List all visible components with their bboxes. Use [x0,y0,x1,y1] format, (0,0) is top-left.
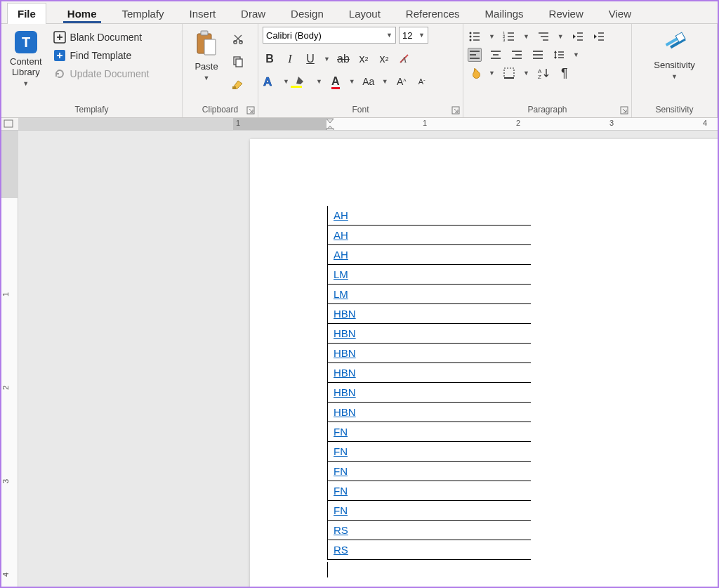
table-row: AH [328,245,531,265]
show-paragraph-marks-button[interactable]: ¶ [558,66,572,80]
font-size-select[interactable]: 12 ▼ [399,27,428,44]
chevron-down-icon[interactable]: ▼ [558,33,564,40]
ruler-corner[interactable] [1,118,18,131]
paste-button[interactable]: Paste ▼ [187,27,226,84]
tab-view[interactable]: View [605,4,635,23]
hyperlink[interactable]: FN [334,426,348,438]
font-name-select[interactable]: Calibri (Body) ▼ [263,27,396,44]
chevron-down-icon[interactable]: ▼ [283,78,289,85]
cut-button[interactable] [230,31,246,46]
tab-mailings[interactable]: Mailings [481,4,528,23]
update-document-label: Update Document [70,68,150,79]
first-line-indent-marker[interactable] [326,118,333,131]
bold-button[interactable]: B [263,52,277,66]
chevron-down-icon[interactable]: ▼ [523,70,529,77]
tab-insert[interactable]: Insert [185,4,220,23]
hyperlink[interactable]: LM [334,288,348,300]
chevron-down-icon[interactable]: ▼ [523,33,529,40]
tab-design[interactable]: Design [286,4,328,23]
tab-references[interactable]: References [402,4,464,23]
sensitivity-icon [661,30,688,58]
highlight-button[interactable] [296,74,310,89]
chevron-down-icon[interactable]: ▼ [324,55,330,63]
blank-document-button[interactable]: Blank Document [51,30,152,45]
hyperlink[interactable]: HBN [334,386,356,398]
clear-formatting-button[interactable]: A [397,52,411,66]
hyperlink[interactable]: FN [334,445,348,457]
ribbon: T Content Library ▼ Blank Document Find … [1,24,718,118]
svg-rect-9 [201,31,208,35]
shading-button[interactable] [468,66,482,80]
justify-button[interactable] [531,48,545,62]
table-row: RS [328,540,531,560]
grow-font-button[interactable]: A^ [395,74,409,89]
table-row: LM [328,285,531,304]
chevron-down-icon[interactable]: ▼ [489,33,495,40]
chevron-down-icon: ▼ [418,32,425,39]
hyperlink[interactable]: LM [334,268,348,280]
numbering-button[interactable]: 123 [502,30,516,44]
font-dialog-launcher[interactable] [451,106,460,115]
hruler-mark-left-1: 1 [236,119,240,127]
strikethrough-button[interactable]: ab [336,52,350,66]
format-painter-button[interactable] [230,76,246,91]
tab-layout[interactable]: Layout [345,4,385,23]
hyperlink[interactable]: FN [334,485,348,497]
hyperlink[interactable]: FN [334,504,348,516]
font-color-button[interactable]: A [329,74,343,89]
borders-button[interactable] [502,66,516,80]
table-row: FN [328,481,531,501]
underline-button[interactable]: U [303,52,317,66]
line-spacing-button[interactable] [552,48,566,62]
work-area: 1 2 3 4 1 1 2 3 4 AH AH AH LM [1,118,718,587]
clipboard-dialog-launcher[interactable] [246,106,255,115]
align-center-button[interactable] [489,48,503,62]
find-template-button[interactable]: Find Template [51,48,152,63]
align-left-button[interactable] [468,48,482,62]
text-effects-button[interactable]: A [263,74,277,89]
chevron-down-icon[interactable]: ▼ [489,70,495,77]
chevron-down-icon[interactable]: ▼ [573,51,579,58]
multilevel-list-button[interactable] [536,30,550,44]
italic-button[interactable]: I [283,52,297,66]
hyperlink[interactable]: HBN [334,406,356,418]
document-canvas[interactable]: AH AH AH LM LM HBN HBN HBN HBN HBN HBN F… [18,131,718,587]
sort-button[interactable]: AZ [536,66,550,80]
decrease-indent-button[interactable] [571,30,585,44]
table-row: FN [328,462,531,481]
tab-review[interactable]: Review [545,4,588,23]
hruler-mark-2: 2 [516,119,520,127]
shrink-font-button[interactable]: Aˇ [415,74,429,89]
tab-file[interactable]: File [7,3,46,24]
change-case-button[interactable]: Aa [362,74,376,89]
hyperlink[interactable]: RS [334,544,348,556]
bullets-button[interactable] [468,30,482,44]
chevron-down-icon[interactable]: ▼ [316,78,322,85]
tab-templafy[interactable]: Templafy [118,4,169,23]
svg-rect-65 [4,120,13,127]
hyperlink[interactable]: HBN [334,327,356,339]
copy-button[interactable] [230,53,246,69]
tab-home[interactable]: Home [63,4,101,23]
superscript-button[interactable]: x2 [377,52,391,66]
content-library-button[interactable]: T Content Library ▼ [6,27,46,90]
hyperlink[interactable]: RS [334,524,348,536]
hruler-mark-3: 3 [609,119,614,127]
hyperlink[interactable]: HBN [334,367,356,379]
increase-indent-button[interactable] [592,30,606,44]
chevron-down-icon[interactable]: ▼ [382,78,388,85]
subscript-button[interactable]: x2 [357,52,371,66]
tab-draw[interactable]: Draw [237,4,270,23]
hyperlink[interactable]: HBN [334,347,356,359]
hyperlink[interactable]: AH [334,229,348,241]
sensitivity-button[interactable]: Sensitivity ▼ [649,27,699,83]
chevron-down-icon[interactable]: ▼ [349,78,355,85]
table-row: FN [328,501,531,521]
hyperlink[interactable]: FN [334,465,348,477]
align-right-button[interactable] [510,48,524,62]
hyperlink[interactable]: AH [334,249,348,261]
vruler-mark-1: 1 [1,292,10,296]
hyperlink[interactable]: HBN [334,308,356,320]
paragraph-dialog-launcher[interactable] [620,106,628,115]
hyperlink[interactable]: AH [334,209,348,221]
